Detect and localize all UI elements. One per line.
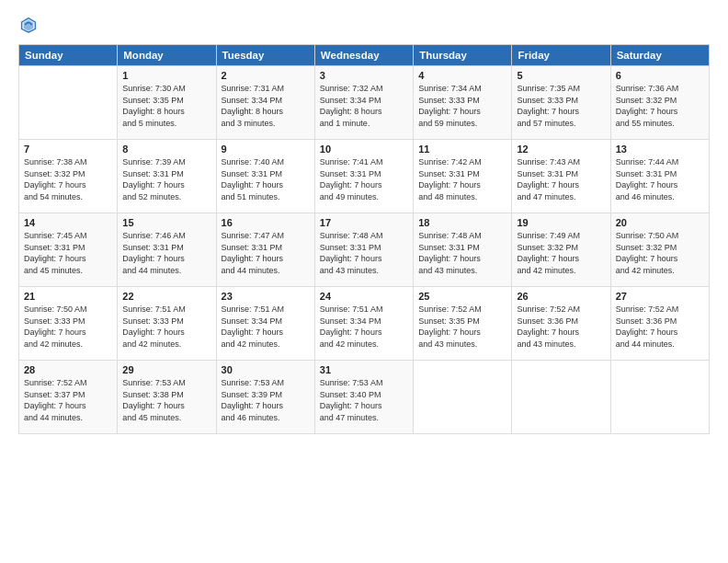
cell-info: Sunrise: 7:31 AM Sunset: 3:34 PM Dayligh… — [222, 83, 310, 129]
cell-1-6: 13Sunrise: 7:44 AM Sunset: 3:31 PM Dayli… — [610, 140, 709, 213]
day-number: 10 — [320, 144, 408, 155]
cell-3-4: 25Sunrise: 7:52 AM Sunset: 3:35 PM Dayli… — [414, 287, 512, 361]
cell-info: Sunrise: 7:50 AM Sunset: 3:33 PM Dayligh… — [24, 304, 112, 350]
week-row-0: 1Sunrise: 7:30 AM Sunset: 3:35 PM Daylig… — [19, 66, 710, 140]
cell-info: Sunrise: 7:32 AM Sunset: 3:34 PM Dayligh… — [320, 83, 408, 129]
day-number: 8 — [122, 144, 210, 155]
header-monday: Monday — [118, 45, 216, 66]
cell-0-5: 5Sunrise: 7:35 AM Sunset: 3:33 PM Daylig… — [512, 66, 610, 140]
cell-0-0 — [19, 66, 118, 140]
cell-info: Sunrise: 7:30 AM Sunset: 3:35 PM Dayligh… — [122, 83, 210, 129]
day-number: 29 — [122, 364, 210, 375]
cell-3-0: 21Sunrise: 7:50 AM Sunset: 3:33 PM Dayli… — [19, 287, 118, 361]
cell-1-4: 11Sunrise: 7:42 AM Sunset: 3:31 PM Dayli… — [414, 140, 512, 213]
day-number: 19 — [517, 217, 605, 228]
day-number: 6 — [616, 70, 704, 81]
day-number: 30 — [222, 364, 310, 375]
day-number: 13 — [616, 144, 704, 155]
cell-1-5: 12Sunrise: 7:43 AM Sunset: 3:31 PM Dayli… — [512, 140, 610, 213]
day-number: 11 — [418, 144, 506, 155]
cell-info: Sunrise: 7:34 AM Sunset: 3:33 PM Dayligh… — [418, 83, 506, 129]
cell-info: Sunrise: 7:52 AM Sunset: 3:36 PM Dayligh… — [616, 304, 704, 350]
day-number: 20 — [616, 217, 704, 228]
header-row — [18, 15, 710, 35]
day-number: 22 — [122, 291, 210, 302]
day-number: 27 — [616, 291, 704, 302]
week-row-2: 14Sunrise: 7:45 AM Sunset: 3:31 PM Dayli… — [19, 213, 710, 287]
cell-info: Sunrise: 7:51 AM Sunset: 3:33 PM Dayligh… — [122, 304, 210, 350]
header-friday: Friday — [512, 45, 610, 66]
week-row-1: 7Sunrise: 7:38 AM Sunset: 3:32 PM Daylig… — [19, 140, 710, 213]
header-wednesday: Wednesday — [314, 45, 413, 66]
cell-1-3: 10Sunrise: 7:41 AM Sunset: 3:31 PM Dayli… — [314, 140, 413, 213]
cell-3-6: 27Sunrise: 7:52 AM Sunset: 3:36 PM Dayli… — [610, 287, 709, 361]
cell-info: Sunrise: 7:38 AM Sunset: 3:32 PM Dayligh… — [24, 156, 112, 202]
header-row-days: SundayMondayTuesdayWednesdayThursdayFrid… — [19, 45, 710, 66]
cell-4-3: 31Sunrise: 7:53 AM Sunset: 3:40 PM Dayli… — [314, 361, 413, 434]
cell-info: Sunrise: 7:39 AM Sunset: 3:31 PM Dayligh… — [122, 156, 210, 202]
day-number: 5 — [517, 70, 605, 81]
day-number: 26 — [517, 291, 605, 302]
cell-info: Sunrise: 7:52 AM Sunset: 3:35 PM Dayligh… — [418, 304, 506, 350]
day-number: 18 — [418, 217, 506, 228]
cell-3-5: 26Sunrise: 7:52 AM Sunset: 3:36 PM Dayli… — [512, 287, 610, 361]
day-number: 9 — [222, 144, 310, 155]
cell-info: Sunrise: 7:46 AM Sunset: 3:31 PM Dayligh… — [122, 230, 210, 276]
day-number: 28 — [24, 364, 112, 375]
cell-info: Sunrise: 7:40 AM Sunset: 3:31 PM Dayligh… — [222, 156, 310, 202]
day-number: 16 — [222, 217, 310, 228]
header-thursday: Thursday — [414, 45, 512, 66]
cell-2-0: 14Sunrise: 7:45 AM Sunset: 3:31 PM Dayli… — [19, 213, 118, 287]
cell-2-1: 15Sunrise: 7:46 AM Sunset: 3:31 PM Dayli… — [118, 213, 216, 287]
day-number: 1 — [122, 70, 210, 81]
day-number: 21 — [24, 291, 112, 302]
cell-info: Sunrise: 7:53 AM Sunset: 3:39 PM Dayligh… — [222, 377, 310, 423]
day-number: 2 — [222, 70, 310, 81]
cell-info: Sunrise: 7:43 AM Sunset: 3:31 PM Dayligh… — [517, 156, 605, 202]
cell-info: Sunrise: 7:52 AM Sunset: 3:37 PM Dayligh… — [24, 377, 112, 423]
page-container: SundayMondayTuesdayWednesdayThursdayFrid… — [0, 0, 728, 563]
cell-2-5: 19Sunrise: 7:49 AM Sunset: 3:32 PM Dayli… — [512, 213, 610, 287]
cell-info: Sunrise: 7:52 AM Sunset: 3:36 PM Dayligh… — [517, 304, 605, 350]
cell-info: Sunrise: 7:48 AM Sunset: 3:31 PM Dayligh… — [320, 230, 408, 276]
cell-4-4 — [414, 361, 512, 434]
day-number: 4 — [418, 70, 506, 81]
cell-info: Sunrise: 7:41 AM Sunset: 3:31 PM Dayligh… — [320, 156, 408, 202]
cell-info: Sunrise: 7:44 AM Sunset: 3:31 PM Dayligh… — [616, 156, 704, 202]
day-number: 14 — [24, 217, 112, 228]
cell-0-4: 4Sunrise: 7:34 AM Sunset: 3:33 PM Daylig… — [414, 66, 512, 140]
week-row-4: 28Sunrise: 7:52 AM Sunset: 3:37 PM Dayli… — [19, 361, 710, 434]
week-row-3: 21Sunrise: 7:50 AM Sunset: 3:33 PM Dayli… — [19, 287, 710, 361]
day-number: 23 — [222, 291, 310, 302]
logo-icon — [18, 15, 39, 35]
cell-info: Sunrise: 7:53 AM Sunset: 3:40 PM Dayligh… — [320, 377, 408, 423]
day-number: 24 — [320, 291, 408, 302]
cell-info: Sunrise: 7:53 AM Sunset: 3:38 PM Dayligh… — [122, 377, 210, 423]
header-tuesday: Tuesday — [216, 45, 314, 66]
cell-2-2: 16Sunrise: 7:47 AM Sunset: 3:31 PM Dayli… — [216, 213, 314, 287]
cell-4-0: 28Sunrise: 7:52 AM Sunset: 3:37 PM Dayli… — [19, 361, 118, 434]
cell-info: Sunrise: 7:48 AM Sunset: 3:31 PM Dayligh… — [418, 230, 506, 276]
calendar-table: SundayMondayTuesdayWednesdayThursdayFrid… — [18, 44, 710, 434]
cell-info: Sunrise: 7:45 AM Sunset: 3:31 PM Dayligh… — [24, 230, 112, 276]
cell-3-3: 24Sunrise: 7:51 AM Sunset: 3:34 PM Dayli… — [314, 287, 413, 361]
cell-0-6: 6Sunrise: 7:36 AM Sunset: 3:32 PM Daylig… — [610, 66, 709, 140]
cell-1-2: 9Sunrise: 7:40 AM Sunset: 3:31 PM Daylig… — [216, 140, 314, 213]
cell-4-5 — [512, 361, 610, 434]
cell-info: Sunrise: 7:36 AM Sunset: 3:32 PM Dayligh… — [616, 83, 704, 129]
day-number: 25 — [418, 291, 506, 302]
cell-3-1: 22Sunrise: 7:51 AM Sunset: 3:33 PM Dayli… — [118, 287, 216, 361]
day-number: 31 — [320, 364, 408, 375]
cell-0-3: 3Sunrise: 7:32 AM Sunset: 3:34 PM Daylig… — [314, 66, 413, 140]
cell-info: Sunrise: 7:51 AM Sunset: 3:34 PM Dayligh… — [320, 304, 408, 350]
cell-4-1: 29Sunrise: 7:53 AM Sunset: 3:38 PM Dayli… — [118, 361, 216, 434]
cell-info: Sunrise: 7:51 AM Sunset: 3:34 PM Dayligh… — [222, 304, 310, 350]
cell-info: Sunrise: 7:47 AM Sunset: 3:31 PM Dayligh… — [222, 230, 310, 276]
day-number: 17 — [320, 217, 408, 228]
cell-1-0: 7Sunrise: 7:38 AM Sunset: 3:32 PM Daylig… — [19, 140, 118, 213]
cell-1-1: 8Sunrise: 7:39 AM Sunset: 3:31 PM Daylig… — [118, 140, 216, 213]
cell-0-1: 1Sunrise: 7:30 AM Sunset: 3:35 PM Daylig… — [118, 66, 216, 140]
cell-3-2: 23Sunrise: 7:51 AM Sunset: 3:34 PM Dayli… — [216, 287, 314, 361]
cell-4-2: 30Sunrise: 7:53 AM Sunset: 3:39 PM Dayli… — [216, 361, 314, 434]
logo — [18, 15, 42, 35]
